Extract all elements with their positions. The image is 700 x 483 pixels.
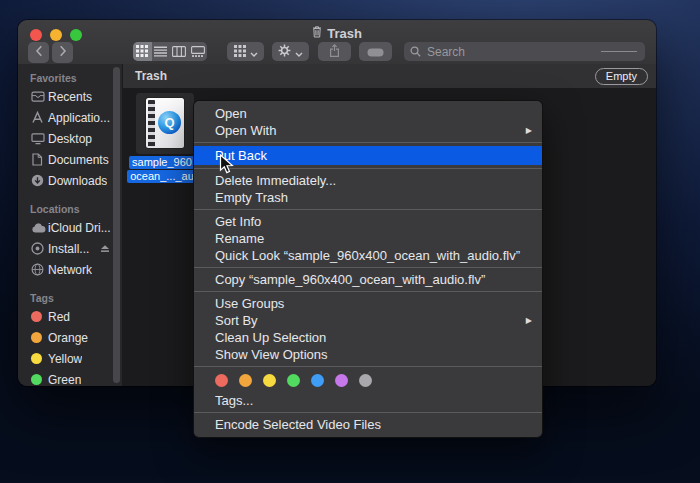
- grid-icon: [136, 43, 148, 61]
- sidebar-item-label: Applicatio...: [48, 111, 110, 125]
- search-input[interactable]: [425, 44, 597, 60]
- menu-separator: [194, 168, 542, 169]
- gallery-icon: [191, 43, 205, 61]
- menu-item-label: Sort By: [215, 313, 258, 328]
- sidebar-item-icloud-dri[interactable]: iCloud Dri...: [18, 217, 122, 238]
- menu-item-label: Clean Up Selection: [215, 330, 326, 345]
- gray-tag-button[interactable]: [359, 374, 372, 387]
- menu-item-sort-by[interactable]: Sort By▶: [194, 312, 542, 329]
- sidebar-section-header: Favorites: [18, 70, 122, 86]
- sidebar-item-recents[interactable]: Recents: [18, 86, 122, 107]
- sidebar-item-label: iCloud Dri...: [48, 221, 111, 235]
- sidebar-item-label: Orange: [48, 331, 88, 345]
- column-view-button[interactable]: [170, 42, 189, 61]
- menu-item-label: Rename: [215, 231, 264, 246]
- list-view-button[interactable]: [152, 42, 171, 61]
- eject-icon[interactable]: [100, 244, 110, 253]
- group-button[interactable]: [227, 42, 264, 61]
- orange-tag-button[interactable]: [239, 374, 252, 387]
- view-switcher: [133, 42, 207, 61]
- downloads-icon: [31, 174, 48, 187]
- path-location-label: Trash: [135, 69, 167, 83]
- submenu-arrow-icon: ▶: [526, 316, 532, 325]
- sidebar-item-downloads[interactable]: Downloads: [18, 170, 122, 191]
- menu-item-open-with[interactable]: Open With▶: [194, 122, 542, 139]
- desktop: { "colors": { "accent_blue": "#0b5ae3", …: [0, 0, 700, 483]
- menu-item-label: Get Info: [215, 214, 261, 229]
- green-tag-button[interactable]: [287, 374, 300, 387]
- back-button[interactable]: [28, 42, 49, 63]
- sidebar-item-red[interactable]: Red: [18, 306, 122, 327]
- menu-item-label: Use Groups: [215, 296, 284, 311]
- sidebar-item-label: Recents: [48, 90, 92, 104]
- sidebar-item-green[interactable]: Green: [18, 369, 122, 386]
- columns-icon: [172, 43, 186, 61]
- sidebar-item-applicatio[interactable]: Applicatio...: [18, 107, 122, 128]
- purple-tag-button[interactable]: [335, 374, 348, 387]
- icon-view-button[interactable]: [133, 42, 152, 61]
- empty-trash-button[interactable]: Empty: [595, 68, 648, 85]
- blue-tag-button[interactable]: [311, 374, 324, 387]
- sidebar-item-documents[interactable]: Documents: [18, 149, 122, 170]
- sidebar-section-locations: LocationsiCloud Dri...Install...Network: [18, 201, 122, 280]
- menu-item-use-groups[interactable]: Use Groups: [194, 295, 542, 312]
- window-title: Trash: [327, 26, 362, 41]
- sidebar-item-desktop[interactable]: Desktop: [18, 128, 122, 149]
- menu-item-empty-trash[interactable]: Empty Trash: [194, 189, 542, 206]
- tag-button[interactable]: [359, 42, 392, 61]
- group-icon: [234, 43, 246, 61]
- menu-separator: [194, 142, 542, 143]
- menu-item-label: Quick Look “sample_960x400_ocean_with_au…: [215, 248, 520, 263]
- path-bar: Trash Empty: [122, 64, 656, 89]
- menu-item-open[interactable]: Open: [194, 105, 542, 122]
- forward-button[interactable]: [52, 42, 73, 63]
- share-icon: [329, 43, 340, 61]
- menu-item-encode-selected-video-files[interactable]: Encode Selected Video Files: [194, 416, 542, 433]
- sidebar-item-yellow[interactable]: Yellow: [18, 348, 122, 369]
- menu-separator: [194, 412, 542, 413]
- menu-item-label: Delete Immediately...: [215, 173, 336, 188]
- icloud-icon: [31, 222, 48, 234]
- trash-icon: [312, 25, 322, 41]
- menu-item-copy-sample-960x400-ocean-with-audio-flv[interactable]: Copy “sample_960x400_ocean_with_audio.fl…: [194, 271, 542, 288]
- menu-item-get-info[interactable]: Get Info: [194, 213, 542, 230]
- menu-item-put-back[interactable]: Put Back: [194, 146, 542, 165]
- file-name-line2: ocean_..._au: [127, 170, 197, 183]
- menu-item-rename[interactable]: Rename: [194, 230, 542, 247]
- menu-item-tags[interactable]: Tags...: [194, 392, 542, 409]
- chevron-right-icon: [59, 45, 67, 59]
- submenu-arrow-icon: ▶: [526, 126, 532, 135]
- menu-item-label: Open: [215, 106, 247, 121]
- menu-item-label: Empty Trash: [215, 190, 288, 205]
- share-button[interactable]: [318, 42, 351, 61]
- sidebar-item-network[interactable]: Network: [18, 259, 122, 280]
- sidebar-section-header: Tags: [18, 290, 122, 306]
- sidebar-item-label: Green: [48, 373, 81, 387]
- search-field: [404, 42, 645, 61]
- recents-icon: [31, 90, 48, 103]
- menu-item-show-view-options[interactable]: Show View Options: [194, 346, 542, 363]
- sidebar-section-header: Locations: [18, 201, 122, 217]
- chevron-down-icon: [295, 43, 303, 61]
- sidebar-item-label: Desktop: [48, 132, 92, 146]
- file-name-line1: sample_960: [129, 156, 195, 169]
- context-menu-items: OpenOpen With▶Put BackDelete Immediately…: [194, 105, 542, 433]
- menu-item-clean-up-selection[interactable]: Clean Up Selection: [194, 329, 542, 346]
- gallery-view-button[interactable]: [189, 42, 208, 61]
- yellow-tag-button[interactable]: [263, 374, 276, 387]
- title-bar[interactable]: Trash: [18, 20, 656, 65]
- menu-item-quick-look-sample-960x400-ocean-with-audio[interactable]: Quick Look “sample_960x400_ocean_with_au…: [194, 247, 542, 264]
- menu-separator: [194, 209, 542, 210]
- sidebar-item-install[interactable]: Install...: [18, 238, 122, 259]
- action-button[interactable]: [272, 42, 309, 61]
- applications-icon: [31, 111, 48, 124]
- red-tag-icon: [31, 311, 48, 322]
- desktop-icon: [31, 132, 48, 145]
- sidebar-item-label: Network: [48, 263, 92, 277]
- menu-item-delete-immediately[interactable]: Delete Immediately...: [194, 172, 542, 189]
- red-tag-button[interactable]: [215, 374, 228, 387]
- search-field-line: [601, 51, 637, 52]
- sidebar-item-orange[interactable]: Orange: [18, 327, 122, 348]
- sidebar-scrollbar[interactable]: [113, 67, 120, 383]
- film-strip-icon: [148, 100, 155, 147]
